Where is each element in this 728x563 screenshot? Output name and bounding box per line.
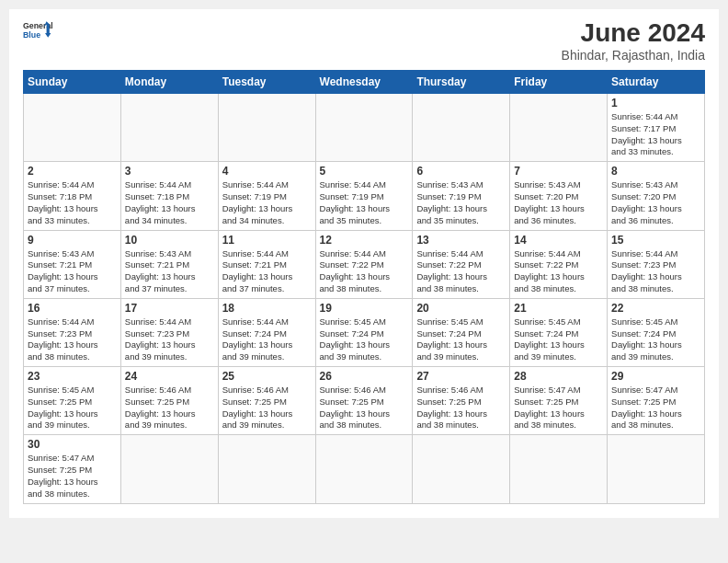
calendar-week-row: 23Sunrise: 5:45 AMSunset: 7:25 PMDayligh… <box>24 367 705 435</box>
day-number: 24 <box>125 370 214 383</box>
day-info: Sunrise: 5:44 AMSunset: 7:19 PMDaylight:… <box>320 179 409 226</box>
day-number: 20 <box>416 302 506 315</box>
table-row: 15Sunrise: 5:44 AMSunset: 7:23 PMDayligh… <box>608 230 705 298</box>
table-row: 12Sunrise: 5:44 AMSunset: 7:22 PMDayligh… <box>315 230 413 298</box>
table-row: 24Sunrise: 5:46 AMSunset: 7:25 PMDayligh… <box>120 367 218 435</box>
calendar-week-row: 1Sunrise: 5:44 AMSunset: 7:17 PMDaylight… <box>24 94 705 162</box>
day-number: 19 <box>320 302 409 315</box>
empty-cell <box>315 94 413 162</box>
day-info: Sunrise: 5:43 AMSunset: 7:19 PMDaylight:… <box>416 179 506 226</box>
header-friday: Friday <box>510 71 608 94</box>
calendar-week-row: 2Sunrise: 5:44 AMSunset: 7:18 PMDaylight… <box>24 162 705 230</box>
table-row: 13Sunrise: 5:44 AMSunset: 7:22 PMDayligh… <box>413 230 510 298</box>
month-title: June 2024 <box>562 18 705 48</box>
day-number: 25 <box>222 370 312 383</box>
calendar-week-row: 9Sunrise: 5:43 AMSunset: 7:21 PMDaylight… <box>24 230 705 298</box>
empty-cell <box>218 435 315 503</box>
day-number: 16 <box>28 302 117 315</box>
day-number: 2 <box>28 165 117 178</box>
table-row: 29Sunrise: 5:47 AMSunset: 7:25 PMDayligh… <box>608 367 705 435</box>
empty-cell <box>413 94 510 162</box>
day-number: 1 <box>611 97 700 109</box>
day-number: 28 <box>514 370 603 383</box>
day-number: 12 <box>320 234 409 247</box>
day-info: Sunrise: 5:43 AMSunset: 7:20 PMDaylight:… <box>611 179 700 226</box>
day-info: Sunrise: 5:43 AMSunset: 7:21 PMDaylight:… <box>28 248 117 295</box>
logo: General Blue <box>23 18 52 40</box>
day-number: 29 <box>611 370 700 383</box>
day-number: 23 <box>28 370 117 383</box>
day-info: Sunrise: 5:44 AMSunset: 7:22 PMDaylight:… <box>416 248 506 295</box>
table-row: 23Sunrise: 5:45 AMSunset: 7:25 PMDayligh… <box>24 367 121 435</box>
day-info: Sunrise: 5:44 AMSunset: 7:24 PMDaylight:… <box>222 316 312 363</box>
day-number: 27 <box>416 370 506 383</box>
day-info: Sunrise: 5:46 AMSunset: 7:25 PMDaylight:… <box>222 385 312 431</box>
day-info: Sunrise: 5:46 AMSunset: 7:25 PMDaylight:… <box>320 385 409 431</box>
calendar-table: Sunday Monday Tuesday Wednesday Thursday… <box>23 70 705 504</box>
day-number: 6 <box>416 165 506 178</box>
day-number: 21 <box>514 302 603 315</box>
empty-cell <box>413 435 510 503</box>
day-info: Sunrise: 5:45 AMSunset: 7:24 PMDaylight:… <box>416 316 506 363</box>
day-info: Sunrise: 5:45 AMSunset: 7:24 PMDaylight:… <box>611 316 700 363</box>
day-info: Sunrise: 5:46 AMSunset: 7:25 PMDaylight:… <box>125 385 214 431</box>
day-number: 18 <box>222 302 312 315</box>
table-row: 6Sunrise: 5:43 AMSunset: 7:19 PMDaylight… <box>413 162 510 230</box>
table-row: 10Sunrise: 5:43 AMSunset: 7:21 PMDayligh… <box>120 230 218 298</box>
table-row: 26Sunrise: 5:46 AMSunset: 7:25 PMDayligh… <box>315 367 413 435</box>
day-number: 9 <box>28 234 117 247</box>
table-row: 22Sunrise: 5:45 AMSunset: 7:24 PMDayligh… <box>608 298 705 366</box>
header-tuesday: Tuesday <box>218 71 315 94</box>
table-row: 7Sunrise: 5:43 AMSunset: 7:20 PMDaylight… <box>510 162 608 230</box>
generalblue-logo-icon: General Blue <box>23 18 52 40</box>
day-number: 13 <box>416 234 506 247</box>
table-row: 18Sunrise: 5:44 AMSunset: 7:24 PMDayligh… <box>218 298 315 366</box>
table-row: 2Sunrise: 5:44 AMSunset: 7:18 PMDaylight… <box>24 162 121 230</box>
day-info: Sunrise: 5:44 AMSunset: 7:17 PMDaylight:… <box>611 111 700 158</box>
table-row: 25Sunrise: 5:46 AMSunset: 7:25 PMDayligh… <box>218 367 315 435</box>
day-info: Sunrise: 5:45 AMSunset: 7:24 PMDaylight:… <box>320 316 409 363</box>
day-number: 5 <box>320 165 409 178</box>
day-info: Sunrise: 5:44 AMSunset: 7:18 PMDaylight:… <box>125 179 214 226</box>
table-row: 16Sunrise: 5:44 AMSunset: 7:23 PMDayligh… <box>24 298 121 366</box>
table-row: 21Sunrise: 5:45 AMSunset: 7:24 PMDayligh… <box>510 298 608 366</box>
table-row: 5Sunrise: 5:44 AMSunset: 7:19 PMDaylight… <box>315 162 413 230</box>
calendar-container: General Blue June 2024 Bhindar, Rajastha… <box>9 9 719 518</box>
empty-cell <box>120 94 218 162</box>
day-number: 22 <box>611 302 700 315</box>
empty-cell <box>120 435 218 503</box>
day-info: Sunrise: 5:44 AMSunset: 7:18 PMDaylight:… <box>28 179 117 226</box>
table-row: 28Sunrise: 5:47 AMSunset: 7:25 PMDayligh… <box>510 367 608 435</box>
calendar-week-row: 16Sunrise: 5:44 AMSunset: 7:23 PMDayligh… <box>24 298 705 366</box>
day-info: Sunrise: 5:47 AMSunset: 7:25 PMDaylight:… <box>28 453 117 500</box>
table-row: 3Sunrise: 5:44 AMSunset: 7:18 PMDaylight… <box>120 162 218 230</box>
day-info: Sunrise: 5:43 AMSunset: 7:21 PMDaylight:… <box>125 248 214 295</box>
day-info: Sunrise: 5:44 AMSunset: 7:23 PMDaylight:… <box>125 316 214 363</box>
table-row: 17Sunrise: 5:44 AMSunset: 7:23 PMDayligh… <box>120 298 218 366</box>
day-info: Sunrise: 5:44 AMSunset: 7:23 PMDaylight:… <box>28 316 117 363</box>
table-row: 20Sunrise: 5:45 AMSunset: 7:24 PMDayligh… <box>413 298 510 366</box>
table-row: 4Sunrise: 5:44 AMSunset: 7:19 PMDaylight… <box>218 162 315 230</box>
table-row: 9Sunrise: 5:43 AMSunset: 7:21 PMDaylight… <box>24 230 121 298</box>
day-number: 26 <box>320 370 409 383</box>
day-number: 3 <box>125 165 214 178</box>
day-number: 17 <box>125 302 214 315</box>
day-info: Sunrise: 5:47 AMSunset: 7:25 PMDaylight:… <box>514 385 603 431</box>
empty-cell <box>510 94 608 162</box>
day-info: Sunrise: 5:44 AMSunset: 7:23 PMDaylight:… <box>611 248 700 295</box>
day-info: Sunrise: 5:44 AMSunset: 7:22 PMDaylight:… <box>514 248 603 295</box>
header-wednesday: Wednesday <box>315 71 413 94</box>
location-subtitle: Bhindar, Rajasthan, India <box>562 48 705 63</box>
table-row: 11Sunrise: 5:44 AMSunset: 7:21 PMDayligh… <box>218 230 315 298</box>
day-number: 15 <box>611 234 700 247</box>
weekday-header-row: Sunday Monday Tuesday Wednesday Thursday… <box>24 71 705 94</box>
table-row: 19Sunrise: 5:45 AMSunset: 7:24 PMDayligh… <box>315 298 413 366</box>
header-monday: Monday <box>120 71 218 94</box>
day-number: 7 <box>514 165 603 178</box>
header-thursday: Thursday <box>413 71 510 94</box>
day-number: 30 <box>28 438 117 451</box>
header: General Blue June 2024 Bhindar, Rajastha… <box>23 18 705 63</box>
empty-cell <box>218 94 315 162</box>
table-row: 8Sunrise: 5:43 AMSunset: 7:20 PMDaylight… <box>608 162 705 230</box>
day-number: 10 <box>125 234 214 247</box>
